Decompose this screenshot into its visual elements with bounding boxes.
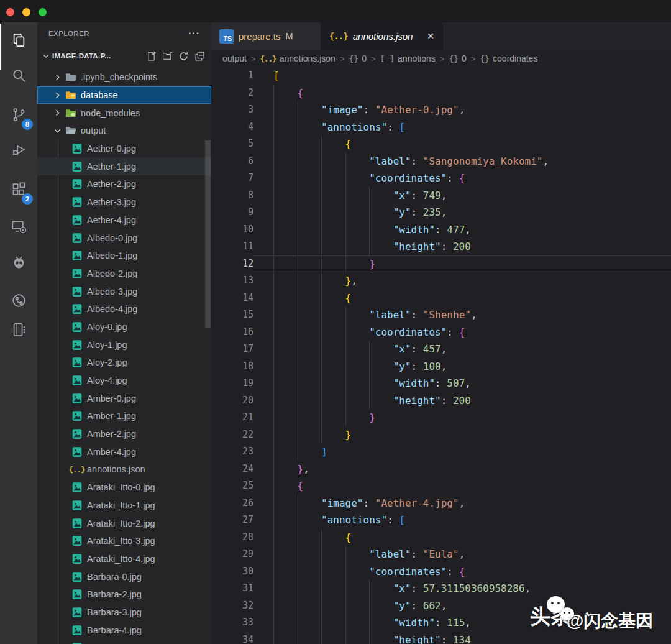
tree-file[interactable]: Amber-1.jpg: [37, 407, 211, 425]
code-line-4[interactable]: 4 "annotions": [: [211, 119, 671, 136]
activity-item-extensions[interactable]: 2: [0, 175, 37, 205]
breadcrumb-item[interactable]: output: [222, 53, 247, 63]
tree-folder-.ipynb_checkpoints[interactable]: .ipynb_checkpoints: [37, 68, 211, 86]
code-line-24[interactable]: 24 },: [211, 461, 671, 478]
tree-file[interactable]: Aloy-2.jpg: [37, 354, 211, 372]
tree-file[interactable]: Aloy-0.jpg: [37, 318, 211, 336]
tree-file[interactable]: {..}annotions.json: [37, 461, 211, 479]
tree-file[interactable]: Aether-4.jpg: [37, 211, 211, 229]
tree-file[interactable]: Albedo-3.jpg: [37, 282, 211, 300]
sidebar-scrollbar[interactable]: [205, 140, 211, 328]
code-line-21[interactable]: 21 }: [211, 409, 671, 426]
activity-item-source-control[interactable]: 8: [0, 101, 37, 131]
code-line-9[interactable]: 9 "y": 235,: [211, 204, 671, 221]
line-number: 8: [211, 187, 253, 205]
tab-prepare.ts[interactable]: TSprepare.tsM: [211, 22, 321, 50]
tree-file[interactable]: Arataki_Itto-0.jpg: [37, 479, 211, 497]
breadcrumb-item[interactable]: {}0: [349, 53, 367, 63]
code-line-3[interactable]: 3 "image": "Aether-0.jpg",: [211, 101, 671, 119]
tree-folder-database[interactable]: database: [37, 86, 211, 104]
code-line-26[interactable]: 26 "image": "Aether-4.jpg",: [211, 495, 671, 512]
code-line-31[interactable]: 31 "x": 57.31150360958286,: [211, 580, 671, 597]
tree-file[interactable]: Amber-4.jpg: [37, 443, 211, 461]
tree-file[interactable]: Aether-1.jpg: [37, 157, 211, 175]
breadcrumb-item[interactable]: [ ]annotions: [380, 53, 436, 63]
code-line-17[interactable]: 17 "x": 457,: [211, 341, 671, 358]
code-line-30[interactable]: 30 "coordinates": {: [211, 563, 671, 581]
tree-file[interactable]: Arataki_Itto-2.jpg: [37, 514, 211, 532]
code-line-32[interactable]: 32 "y": 662,: [211, 597, 671, 615]
code-line-5[interactable]: 5 {: [211, 136, 671, 153]
close-tab-icon[interactable]: ✕: [427, 31, 434, 41]
tree-file[interactable]: Barbara-3.jpg: [37, 604, 211, 622]
code-line-12[interactable]: 12 }: [211, 255, 671, 273]
code-line-14[interactable]: 14 {: [211, 290, 671, 307]
tree-file[interactable]: Arataki_Itto-3.jpg: [37, 532, 211, 550]
tree-item-label: Amber-0.jpg: [87, 393, 136, 403]
minimize-window-button[interactable]: [22, 8, 30, 16]
code-line-6[interactable]: 6 "label": "Sangonomiya_Kokomi",: [211, 153, 671, 170]
code-line-19[interactable]: 19 "width": 507,: [211, 375, 671, 392]
tree-file[interactable]: Albedo-2.jpg: [37, 265, 211, 283]
tree-folder-output[interactable]: output: [37, 122, 211, 140]
tree-file[interactable]: Amber-0.jpg: [37, 389, 211, 407]
tree-file[interactable]: Aloy-1.jpg: [37, 336, 211, 354]
activity-item-notebook[interactable]: [0, 316, 37, 346]
code-line-22[interactable]: 22 }: [211, 426, 671, 444]
refresh-icon[interactable]: [178, 51, 189, 62]
code-line-2[interactable]: 2 {: [211, 85, 671, 102]
code-line-13[interactable]: 13 },: [211, 272, 671, 290]
code-line-16[interactable]: 16 "coordinates": {: [211, 324, 671, 341]
code-line-20[interactable]: 20 "height": 200: [211, 392, 671, 410]
tree-file[interactable]: Albedo-0.jpg: [37, 229, 211, 247]
workspace-section-header[interactable]: IMAGE-DATA-P...: [37, 47, 211, 65]
tree-file[interactable]: Barbara-2.jpg: [37, 586, 211, 604]
activity-item-git-graph[interactable]: [0, 287, 37, 316]
activity-item-run-debug[interactable]: [0, 136, 37, 165]
code-line-25[interactable]: 25 {: [211, 477, 671, 495]
code-line-23[interactable]: 23 ]: [211, 443, 671, 461]
code-editor[interactable]: 1[2 {3 "image": "Aether-0.jpg",4 "annoti…: [211, 67, 671, 644]
tree-file[interactable]: Arataki_Itto-1.jpg: [37, 497, 211, 515]
tab-annotions.json[interactable]: {..}annotions.json✕: [321, 22, 443, 50]
breadcrumb-item[interactable]: {}coordinates: [480, 53, 537, 63]
code-line-29[interactable]: 29 "label": "Eula",: [211, 546, 671, 563]
indent-guide: [273, 170, 274, 187]
zoom-window-button[interactable]: [39, 8, 47, 16]
tree-file[interactable]: Aether-2.jpg: [37, 175, 211, 193]
code-line-1[interactable]: 1[: [211, 67, 671, 85]
collapse-all-icon[interactable]: [194, 51, 205, 62]
code-line-27[interactable]: 27 "annotions": [: [211, 512, 671, 529]
tree-file[interactable]: Albedo-1.jpg: [37, 247, 211, 265]
new-file-icon[interactable]: [146, 51, 157, 62]
tree-file[interactable]: Aloy-4.jpg: [37, 372, 211, 390]
code-line-8[interactable]: 8 "x": 749,: [211, 187, 671, 205]
tree-file[interactable]: Albedo-4.jpg: [37, 300, 211, 318]
activity-item-remote-explorer[interactable]: [0, 213, 37, 242]
tree-file[interactable]: Barbara-0.jpg: [37, 568, 211, 586]
code-line-28[interactable]: 28 {: [211, 529, 671, 546]
tree-file[interactable]: Aether-0.jpg: [37, 140, 211, 158]
breadcrumb-item[interactable]: {}0: [449, 53, 466, 63]
tree-file[interactable]: Barbara-4.jpg: [37, 621, 211, 639]
tree-file[interactable]: Aether-3.jpg: [37, 193, 211, 211]
code-line-15[interactable]: 15 "label": "Shenhe",: [211, 306, 671, 324]
code-line-11[interactable]: 11 "height": 200: [211, 238, 671, 255]
code-line-34[interactable]: 34 "height": 134: [211, 632, 671, 644]
code-line-7[interactable]: 7 "coordinates": {: [211, 170, 671, 187]
breadcrumb-item[interactable]: {..}annotions.json: [260, 53, 336, 63]
tree-folder-node_modules[interactable]: node_modules: [37, 104, 211, 122]
code-line-33[interactable]: 33 "width": 115,: [211, 614, 671, 632]
indent-guide: [273, 255, 274, 273]
activity-item-ai-assistant[interactable]: [0, 249, 37, 279]
tree-file[interactable]: [37, 639, 211, 644]
code-line-10[interactable]: 10 "width": 477,: [211, 221, 671, 239]
tree-file[interactable]: Arataki_Itto-4.jpg: [37, 550, 211, 568]
views-more-actions-icon[interactable]: ···: [188, 28, 200, 39]
new-folder-icon[interactable]: [162, 51, 173, 62]
code-line-18[interactable]: 18 "y": 100,: [211, 358, 671, 375]
close-window-button[interactable]: [6, 8, 14, 16]
activity-item-search[interactable]: [0, 62, 37, 91]
activity-item-explorer[interactable]: [0, 26, 37, 56]
tree-file[interactable]: Amber-2.jpg: [37, 425, 211, 443]
